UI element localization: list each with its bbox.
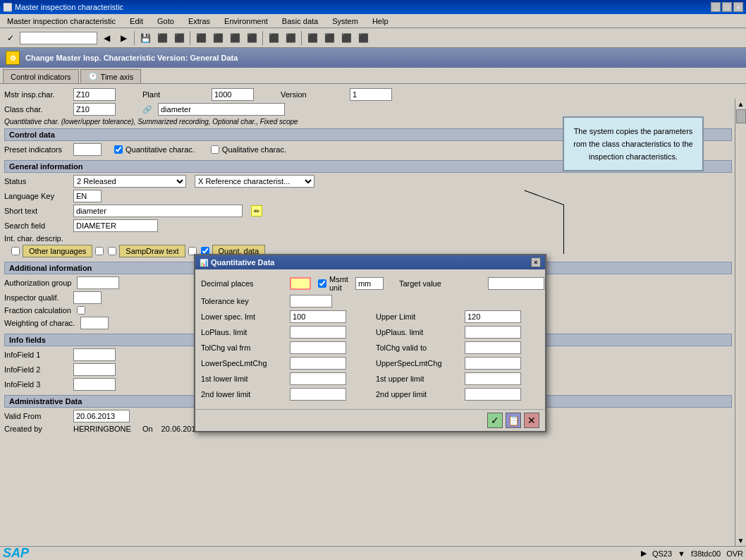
first-lower-limit-input[interactable] bbox=[290, 372, 346, 385]
tolchg-val-frm-input[interactable] bbox=[290, 341, 346, 354]
sampdraw-checkbox[interactable] bbox=[108, 247, 116, 255]
qual-charac-checkbox[interactable] bbox=[211, 145, 219, 154]
lo-plaus-limit-input[interactable] bbox=[290, 326, 346, 339]
popup-content: Decimal places Msmt unit Target value To… bbox=[195, 269, 545, 409]
upper-spec-lmt-chg-input[interactable] bbox=[465, 357, 521, 370]
popup-confirm-btn[interactable]: ✓ bbox=[487, 413, 503, 428]
infofield2-input[interactable] bbox=[73, 363, 116, 376]
scroll-down-btn[interactable]: ▼ bbox=[735, 535, 746, 546]
upper-limit-input[interactable] bbox=[465, 310, 521, 323]
infofield1-input[interactable] bbox=[73, 348, 116, 361]
menu-system[interactable]: System bbox=[328, 16, 362, 27]
tab-time-axis[interactable]: 🕐 Time axis bbox=[80, 69, 142, 83]
window-controls[interactable]: _ □ × bbox=[711, 2, 743, 12]
plant-input[interactable] bbox=[212, 88, 254, 101]
nav-left[interactable]: ◀ bbox=[99, 30, 114, 46]
msmt-unit-label: Msmt unit bbox=[329, 275, 348, 292]
close-button[interactable]: × bbox=[733, 2, 743, 12]
fraction-calc-checkbox[interactable] bbox=[77, 306, 85, 315]
vertical-scrollbar[interactable]: ▲ ▼ bbox=[735, 99, 746, 546]
class-char-icon: 🔗 bbox=[142, 105, 152, 114]
command-field[interactable] bbox=[20, 32, 97, 44]
short-text-input[interactable] bbox=[73, 205, 243, 217]
popup-footer: ✓ 📋 ✕ bbox=[195, 409, 545, 431]
popup-close-btn[interactable]: × bbox=[531, 257, 541, 267]
menu-help[interactable]: Help bbox=[368, 16, 393, 27]
weighting-input[interactable] bbox=[80, 317, 109, 329]
lo-plaus-limit-row: LoPlaus. limit bbox=[201, 326, 365, 339]
class-char-input[interactable] bbox=[73, 103, 116, 116]
limits-section: Lower spec. lmt LoPlaus. limit TolChg va… bbox=[201, 310, 539, 403]
other-languages-btn[interactable]: Other languages bbox=[23, 245, 92, 257]
second-upper-limit-input[interactable] bbox=[465, 388, 521, 401]
save-btn[interactable]: 💾 bbox=[137, 30, 153, 46]
msmt-unit-input[interactable] bbox=[355, 277, 384, 290]
valid-from-input[interactable] bbox=[73, 410, 130, 422]
menu-basic-data[interactable]: Basic data bbox=[278, 16, 322, 27]
tolchg-valid-to-input[interactable] bbox=[465, 341, 521, 354]
quant-charac-label: Quantitative charac. bbox=[126, 145, 195, 154]
version-label: Version bbox=[281, 90, 344, 99]
popup-copy-btn[interactable]: 📋 bbox=[506, 413, 521, 428]
toolbar-btn11[interactable]: ⬛ bbox=[322, 30, 337, 46]
play-icon: ▶ bbox=[641, 549, 647, 558]
msmt-unit-checkbox[interactable] bbox=[318, 279, 326, 288]
toolbar-btn7[interactable]: ⬛ bbox=[244, 30, 259, 46]
target-value-input[interactable] bbox=[488, 277, 544, 290]
sampdraw-text-btn[interactable]: SampDraw text bbox=[119, 245, 185, 257]
inspector-qualif-input[interactable] bbox=[73, 291, 102, 304]
status-select[interactable]: 2 Released bbox=[73, 175, 186, 188]
toolbar-btn9[interactable]: ⬛ bbox=[283, 30, 298, 46]
lower-spec-lmt-input[interactable] bbox=[290, 310, 346, 323]
qual-charac-check: Qualitative charac. bbox=[211, 145, 286, 154]
up-plaus-limit-input[interactable] bbox=[465, 326, 521, 339]
toolbar-btn5[interactable]: ⬛ bbox=[210, 30, 226, 46]
toolbar-btn13[interactable]: ⬛ bbox=[355, 30, 371, 46]
popup-cancel-btn[interactable]: ✕ bbox=[524, 413, 539, 428]
menu-edit[interactable]: Edit bbox=[126, 16, 147, 27]
first-upper-limit-input[interactable] bbox=[465, 372, 521, 385]
lang-key-row: Language Key bbox=[4, 190, 732, 202]
maximize-button[interactable]: □ bbox=[722, 2, 732, 12]
auth-group-input[interactable] bbox=[77, 276, 119, 289]
preset-indicators-input[interactable] bbox=[73, 143, 102, 156]
other-lang-checkbox[interactable] bbox=[11, 247, 20, 255]
target-value-label: Target value bbox=[399, 279, 484, 288]
other-lang-checkbox2[interactable] bbox=[95, 247, 104, 255]
lower-spec-lmt-chg-input[interactable] bbox=[290, 357, 346, 370]
minimize-button[interactable]: _ bbox=[711, 2, 721, 12]
quant-charac-checkbox[interactable] bbox=[114, 145, 123, 154]
menu-extras[interactable]: Extras bbox=[184, 16, 214, 27]
scroll-up-btn[interactable]: ▲ bbox=[735, 99, 746, 109]
tab-control-indicators[interactable]: Control indicators bbox=[3, 69, 79, 83]
back-btn[interactable]: ✓ bbox=[3, 30, 18, 46]
toolbar-btn2[interactable]: ⬛ bbox=[154, 30, 170, 46]
short-text-edit-icon[interactable]: ✏ bbox=[251, 205, 262, 217]
plant-label: Plant bbox=[142, 90, 206, 99]
int-char-desc-row: Int. char. descrip. bbox=[4, 234, 732, 243]
mstr-insp-label: Mstr insp.char. bbox=[4, 90, 68, 99]
menu-environment[interactable]: Environment bbox=[220, 16, 272, 27]
toolbar-btn10[interactable]: ⬛ bbox=[305, 30, 320, 46]
tolerance-key-input[interactable] bbox=[290, 295, 332, 308]
menu-goto[interactable]: Goto bbox=[153, 16, 178, 27]
toolbar-btn3[interactable]: ⬛ bbox=[171, 30, 187, 46]
infofield3-input[interactable] bbox=[73, 378, 116, 391]
nav-right[interactable]: ▶ bbox=[116, 30, 131, 46]
second-lower-limit-input[interactable] bbox=[290, 388, 346, 401]
version-input[interactable] bbox=[350, 88, 392, 101]
ref-char-select[interactable]: X Reference characterist... bbox=[195, 175, 314, 188]
scroll-thumb[interactable] bbox=[736, 109, 746, 123]
search-field-input[interactable] bbox=[73, 219, 158, 232]
class-char-name-input[interactable] bbox=[158, 103, 285, 116]
status-bar: SAP ▶ QS23 ▼ f38tdc00 OVR bbox=[0, 546, 746, 560]
toolbar-btn12[interactable]: ⬛ bbox=[338, 30, 354, 46]
popup-title-text: Quantitative Data bbox=[211, 258, 274, 267]
toolbar-btn4[interactable]: ⬛ bbox=[193, 30, 209, 46]
mstr-insp-input[interactable] bbox=[73, 88, 116, 101]
decimal-places-input[interactable] bbox=[290, 277, 311, 290]
menu-master-insp[interactable]: Master inspection characteristic bbox=[3, 16, 120, 27]
lang-key-input[interactable] bbox=[73, 190, 102, 202]
toolbar-btn6[interactable]: ⬛ bbox=[227, 30, 243, 46]
toolbar-btn8[interactable]: ⬛ bbox=[266, 30, 281, 46]
